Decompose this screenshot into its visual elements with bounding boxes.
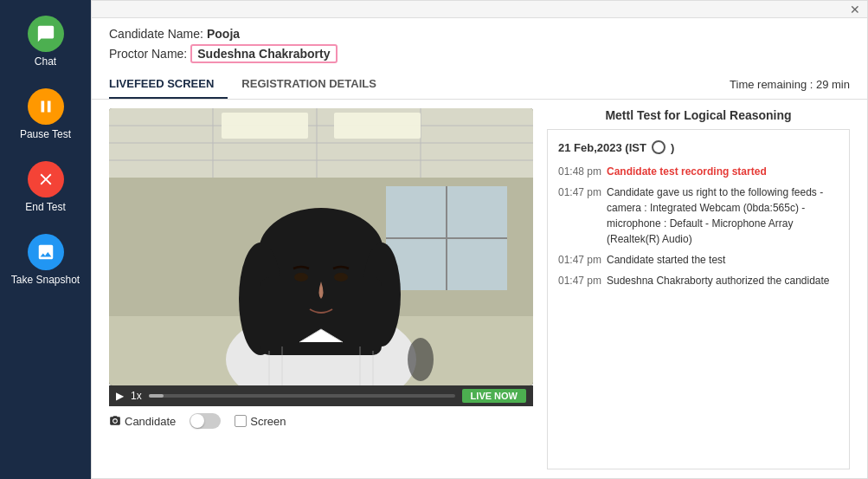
screen-label: Screen xyxy=(235,415,286,428)
candidate-name: Pooja xyxy=(207,27,240,41)
log-time: 01:48 pm xyxy=(558,164,607,179)
camera-label-text: Candidate xyxy=(125,415,176,428)
log-section: Mettl Test for Logical Reasoning 21 Feb,… xyxy=(547,108,850,469)
pause-icon xyxy=(28,88,64,125)
video-container xyxy=(109,108,533,385)
log-time: 01:47 pm xyxy=(558,273,607,288)
video-section: ▶ 1x LIVE NOW Candidate xyxy=(109,108,533,469)
log-time: 01:47 pm xyxy=(558,252,607,268)
svg-point-22 xyxy=(334,273,348,282)
snapshot-icon xyxy=(28,234,64,270)
tab-livefeed[interactable]: LIVEFEED SCREEN xyxy=(109,70,228,99)
chat-icon xyxy=(28,16,64,52)
sidebar-item-chat[interactable]: Chat xyxy=(0,9,91,74)
log-time: 01:47 pm xyxy=(558,184,607,247)
svg-point-21 xyxy=(294,273,308,282)
screen-checkbox[interactable] xyxy=(235,415,247,427)
camera-icon xyxy=(109,415,121,427)
log-entry: 01:47 pm Sudeshna Chakraborty authorized… xyxy=(548,270,849,291)
log-text: Candidate started the test xyxy=(607,252,839,268)
log-entry: 01:47 pm Candidate started the test xyxy=(548,249,849,270)
sidebar-item-snapshot[interactable]: Take Snapshot xyxy=(0,227,91,293)
video-feed xyxy=(109,108,533,385)
log-text: Candidate gave us right to the following… xyxy=(607,184,839,247)
tab-registration[interactable]: REGISTRATION DETAILS xyxy=(241,70,390,99)
sidebar-item-label-snapshot: Take Snapshot xyxy=(11,274,80,286)
video-controls: ▶ 1x LIVE NOW xyxy=(109,385,533,406)
sidebar-item-label-end: End Test xyxy=(25,201,65,213)
proctor-label: Proctor Name: xyxy=(109,47,187,61)
candidate-header: Candidate Name: Pooja Proctor Name: Sude… xyxy=(92,18,867,70)
tabs: LIVEFEED SCREEN REGISTRATION DETAILS xyxy=(109,70,404,99)
log-title: Mettl Test for Logical Reasoning xyxy=(547,108,850,122)
proctor-name: Sudeshna Chakraborty xyxy=(190,44,337,63)
close-button[interactable]: ✕ xyxy=(850,3,860,16)
progress-bar[interactable] xyxy=(149,394,455,398)
log-date-text: 21 Feb,2023 (IST xyxy=(558,141,646,154)
toggle-switch[interactable] xyxy=(190,413,221,429)
clock-icon xyxy=(652,140,665,154)
log-text: Sudeshna Chakraborty authorized the cand… xyxy=(607,273,839,288)
log-date-suffix: ) xyxy=(671,141,674,154)
end-icon xyxy=(28,161,64,197)
log-text: Candidate test recording started xyxy=(607,164,839,179)
main-panel: ✕ Candidate Name: Pooja Proctor Name: Su… xyxy=(91,0,868,479)
time-remaining: Time remaining : 29 min xyxy=(730,78,850,91)
svg-rect-8 xyxy=(222,113,308,139)
camera-toggle[interactable] xyxy=(190,413,221,429)
log-entry: 01:48 pm Candidate test recording starte… xyxy=(548,161,849,182)
camera-label: Candidate xyxy=(109,415,176,428)
svg-rect-9 xyxy=(334,113,421,139)
screen-label-text: Screen xyxy=(250,415,286,428)
sidebar-item-pause[interactable]: Pause Test xyxy=(0,81,91,147)
play-button[interactable]: ▶ xyxy=(116,390,124,402)
sidebar-item-end[interactable]: End Test xyxy=(0,154,91,220)
log-entry: 01:47 pm Candidate gave us right to the … xyxy=(548,182,849,249)
sidebar-item-label-chat: Chat xyxy=(35,55,56,68)
content-area: ▶ 1x LIVE NOW Candidate xyxy=(92,100,867,478)
video-footer: Candidate Screen xyxy=(109,413,533,429)
log-container[interactable]: 21 Feb,2023 (IST ) 01:48 pm Candidate te… xyxy=(547,129,850,469)
tabs-bar: LIVEFEED SCREEN REGISTRATION DETAILS Tim… xyxy=(92,70,867,100)
top-nav: ✕ xyxy=(92,1,867,18)
toggle-knob xyxy=(190,414,204,428)
sidebar: Chat Pause Test End Test Take Snapshot xyxy=(0,0,91,479)
log-date: 21 Feb,2023 (IST ) xyxy=(548,137,849,161)
sidebar-item-label-pause: Pause Test xyxy=(20,128,71,140)
progress-fill xyxy=(149,394,164,398)
speed-label[interactable]: 1x xyxy=(131,390,142,402)
candidate-label: Candidate Name: xyxy=(109,27,203,41)
live-badge: LIVE NOW xyxy=(462,389,526,403)
svg-point-27 xyxy=(408,338,434,381)
